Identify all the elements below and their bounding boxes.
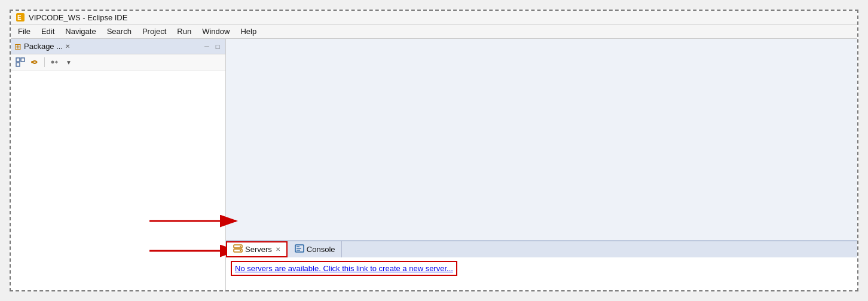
dropdown-icon[interactable]: ▼: [63, 56, 75, 68]
bottom-panel: Servers ✕: [226, 241, 857, 290]
svg-rect-3: [21, 58, 25, 62]
sidebar-toolbar: ▼: [11, 54, 225, 70]
title-bar: E VIPCODE_WS - Eclipse IDE: [11, 11, 857, 24]
svg-rect-4: [16, 63, 20, 66]
menu-window[interactable]: Window: [197, 26, 234, 37]
right-panel: Servers ✕: [226, 39, 857, 290]
package-explorer-icon: ⊞: [14, 42, 22, 51]
menu-help[interactable]: Help: [236, 26, 261, 37]
package-explorer-header: ⊞ Package ... ✕ ─ □: [11, 39, 225, 54]
menu-run[interactable]: Run: [172, 26, 196, 37]
package-explorer-close[interactable]: ✕: [65, 43, 70, 50]
package-explorer-label: Package ...: [24, 42, 63, 51]
svg-point-5: [31, 61, 33, 63]
tab-servers-close[interactable]: ✕: [276, 246, 280, 253]
create-server-link[interactable]: No servers are available. Click this lin…: [231, 261, 457, 276]
tab-servers[interactable]: Servers ✕: [226, 241, 288, 257]
menu-edit[interactable]: Edit: [36, 26, 59, 37]
console-icon: [295, 244, 304, 254]
editor-area: [226, 39, 857, 241]
svg-text:E: E: [17, 14, 22, 21]
toolbar-separator: [44, 57, 45, 67]
package-explorer-tab[interactable]: ⊞ Package ... ✕: [14, 42, 70, 51]
package-explorer-panel: ⊞ Package ... ✕ ─ □: [11, 39, 226, 290]
collapse-all-button[interactable]: [14, 56, 26, 68]
tab-console-label: Console: [307, 245, 335, 254]
minimize-icon[interactable]: ─: [203, 42, 211, 51]
svg-point-11: [240, 250, 241, 251]
svg-point-10: [240, 246, 241, 247]
bottom-tab-strip: Servers ✕: [226, 241, 857, 257]
package-explorer-content: [11, 70, 225, 290]
menu-project[interactable]: Project: [137, 26, 171, 37]
svg-rect-2: [16, 58, 20, 62]
eclipse-icon: E: [16, 13, 25, 22]
svg-point-6: [51, 61, 54, 64]
sidebar-tab-controls: ─ □: [203, 42, 222, 51]
menu-file[interactable]: File: [13, 26, 35, 37]
menu-navigate[interactable]: Navigate: [60, 26, 100, 37]
view-menu-button[interactable]: [48, 56, 60, 68]
servers-icon: [233, 244, 243, 254]
menu-bar: File Edit Navigate Search Project Run Wi…: [11, 24, 857, 39]
window-title: VIPCODE_WS - Eclipse IDE: [29, 13, 127, 22]
servers-content-area: No servers are available. Click this lin…: [226, 257, 857, 290]
tab-console[interactable]: Console: [289, 241, 342, 257]
link-with-editor-button[interactable]: [29, 56, 41, 68]
menu-search[interactable]: Search: [102, 26, 136, 37]
maximize-icon[interactable]: □: [213, 42, 222, 51]
tab-servers-label: Servers: [245, 245, 272, 254]
